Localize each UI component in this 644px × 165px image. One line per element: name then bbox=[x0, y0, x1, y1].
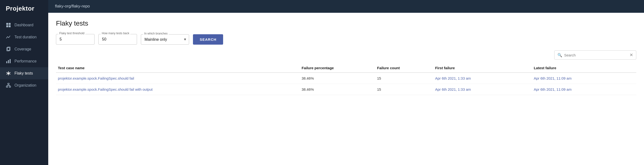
results-table: Test case name Failure percentage Failur… bbox=[56, 64, 636, 95]
sidebar-label-coverage: Coverage bbox=[14, 47, 31, 52]
test-case-link[interactable]: projektor.example.spock.FailingSpec.shou… bbox=[58, 76, 134, 80]
sidebar-item-test-duration[interactable]: Test duration bbox=[0, 31, 48, 43]
grid-icon bbox=[6, 22, 11, 28]
main-area: flaky-org/flaky-repo Flaky tests Flaky t… bbox=[48, 0, 644, 165]
cell-count: 15 bbox=[375, 84, 433, 95]
sidebar-nav: Dashboard Test duration Coverage bbox=[0, 19, 48, 92]
search-bar-row: 🔍 ✕ bbox=[56, 50, 636, 60]
sidebar-item-performance[interactable]: Performance bbox=[0, 55, 48, 67]
svg-rect-8 bbox=[10, 59, 10, 63]
table-search-input[interactable] bbox=[564, 53, 628, 57]
asterisk-icon bbox=[6, 71, 11, 76]
file-copy-icon bbox=[6, 46, 11, 52]
sidebar: Projektor Dashboard Test duration bbox=[0, 0, 48, 165]
svg-rect-1 bbox=[9, 23, 10, 25]
sidebar-item-coverage[interactable]: Coverage bbox=[0, 43, 48, 55]
topbar: flaky-org/flaky-repo bbox=[48, 0, 644, 13]
branches-select-wrapper: Mainline only All branches ▼ bbox=[141, 34, 189, 45]
sidebar-label-organization: Organization bbox=[14, 83, 36, 88]
sidebar-label-dashboard: Dashboard bbox=[14, 23, 33, 27]
sidebar-item-organization[interactable]: Organization bbox=[0, 79, 48, 92]
cell-name: projektor.example.spock.FailingSpec.shou… bbox=[56, 84, 300, 95]
threshold-input[interactable] bbox=[56, 34, 94, 45]
svg-rect-0 bbox=[6, 23, 8, 25]
tests-back-input[interactable] bbox=[98, 34, 137, 45]
sidebar-item-dashboard[interactable]: Dashboard bbox=[0, 19, 48, 31]
col-header-count: Failure count bbox=[375, 64, 433, 72]
threshold-field: Flaky test threshold bbox=[56, 34, 94, 45]
svg-rect-3 bbox=[9, 25, 10, 27]
close-icon[interactable]: ✕ bbox=[630, 52, 633, 58]
cell-first: Apr 6th 2021, 1:33 am bbox=[433, 72, 532, 84]
bar-chart-icon bbox=[6, 58, 11, 64]
search-submit-button[interactable]: SEARCH bbox=[193, 34, 223, 45]
svg-rect-2 bbox=[6, 25, 8, 27]
page-title: Flaky tests bbox=[56, 20, 636, 27]
filter-row: Flaky test threshold How many tests back… bbox=[56, 34, 636, 45]
table-row: projektor.example.spock.FailingSpec.shou… bbox=[56, 84, 636, 95]
branches-select[interactable]: Mainline only All branches bbox=[141, 34, 189, 45]
sidebar-label-flaky-tests: Flaky tests bbox=[14, 71, 33, 76]
svg-rect-6 bbox=[6, 61, 7, 63]
table-search-bar: 🔍 ✕ bbox=[554, 50, 636, 60]
chart-line-icon bbox=[6, 34, 11, 40]
cell-pct: 38.46% bbox=[300, 72, 375, 84]
sidebar-label-performance: Performance bbox=[14, 59, 37, 64]
first-failure-link[interactable]: Apr 6th 2021, 1:33 am bbox=[435, 87, 471, 92]
breadcrumb: flaky-org/flaky-repo bbox=[55, 4, 90, 8]
table-header-row: Test case name Failure percentage Failur… bbox=[56, 64, 636, 72]
cell-pct: 38.46% bbox=[300, 84, 375, 95]
org-icon bbox=[6, 83, 11, 88]
table-row: projektor.example.spock.FailingSpec.shou… bbox=[56, 72, 636, 84]
test-case-link[interactable]: projektor.example.spock.FailingSpec.shou… bbox=[58, 87, 153, 92]
branches-label: In which branches bbox=[143, 32, 168, 35]
cell-count: 15 bbox=[375, 72, 433, 84]
branches-field: In which branches Mainline only All bran… bbox=[141, 34, 189, 45]
first-failure-link[interactable]: Apr 6th 2021, 1:33 am bbox=[435, 76, 471, 80]
tests-back-field: How many tests back bbox=[98, 34, 137, 45]
search-icon: 🔍 bbox=[558, 53, 562, 58]
threshold-label: Flaky test threshold bbox=[58, 32, 86, 35]
latest-failure-link[interactable]: Apr 6th 2021, 11:09 am bbox=[534, 76, 572, 80]
sidebar-label-test-duration: Test duration bbox=[14, 35, 37, 39]
sidebar-item-flaky-tests[interactable]: Flaky tests bbox=[0, 67, 48, 79]
app-logo: Projektor bbox=[0, 0, 48, 17]
svg-rect-14 bbox=[9, 86, 10, 87]
content-area: Flaky tests Flaky test threshold How man… bbox=[48, 13, 644, 165]
cell-latest: Apr 6th 2021, 11:09 am bbox=[532, 84, 636, 95]
svg-rect-12 bbox=[8, 83, 9, 84]
svg-rect-13 bbox=[6, 86, 8, 87]
cell-name: projektor.example.spock.FailingSpec.shou… bbox=[56, 72, 300, 84]
cell-latest: Apr 6th 2021, 11:09 am bbox=[532, 72, 636, 84]
col-header-name: Test case name bbox=[56, 64, 300, 72]
svg-rect-7 bbox=[8, 60, 9, 63]
col-header-first: First failure bbox=[433, 64, 532, 72]
col-header-pct: Failure percentage bbox=[300, 64, 375, 72]
cell-first: Apr 6th 2021, 1:33 am bbox=[433, 84, 532, 95]
tests-back-label: How many tests back bbox=[101, 32, 130, 35]
col-header-latest: Latest failure bbox=[532, 64, 636, 72]
latest-failure-link[interactable]: Apr 6th 2021, 11:09 am bbox=[534, 87, 572, 92]
